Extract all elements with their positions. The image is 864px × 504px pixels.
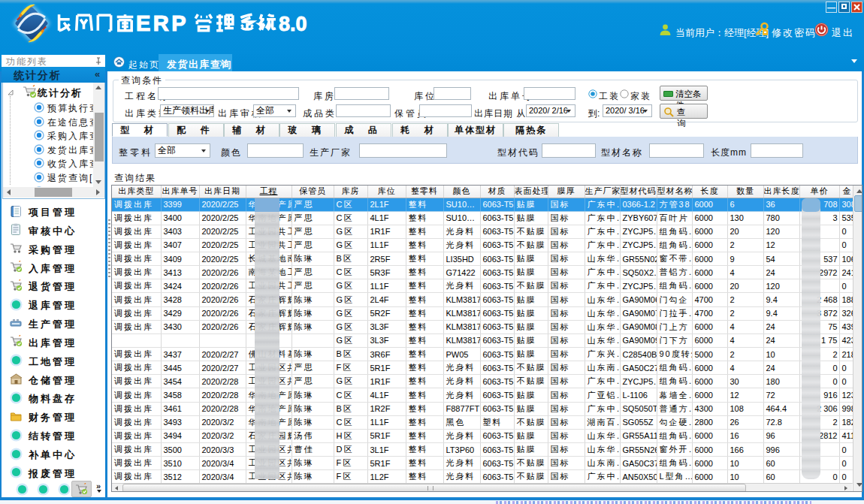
svg-text:8.0: 8.0 — [279, 13, 307, 35]
svg-text:ERP: ERP — [136, 11, 189, 35]
